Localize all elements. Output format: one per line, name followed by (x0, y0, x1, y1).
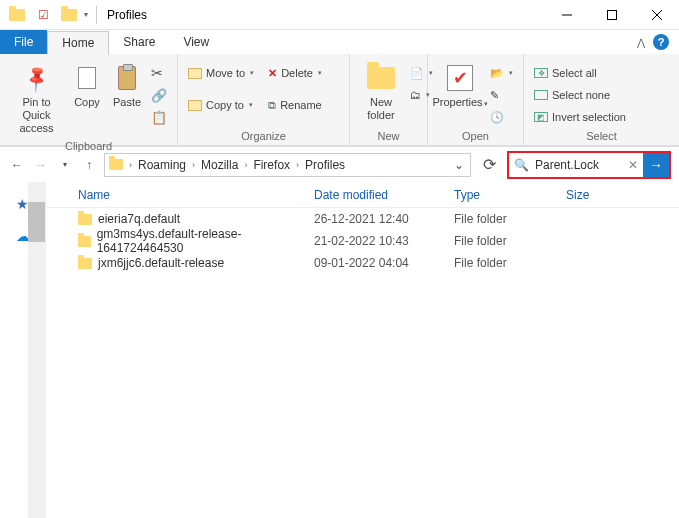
file-type: File folder (446, 212, 558, 226)
clear-search-icon[interactable]: ✕ (623, 158, 643, 172)
open-icon[interactable]: 📂▾ (486, 62, 517, 84)
delete-button[interactable]: ✕Delete▾ (264, 62, 326, 84)
select-group-label: Select (524, 130, 679, 145)
back-button[interactable]: ← (8, 156, 26, 174)
file-date: 21-02-2022 10:43 (306, 234, 446, 248)
help-icon[interactable]: ? (653, 34, 669, 50)
tree-scrollbar[interactable] (28, 182, 45, 518)
table-row[interactable]: gm3ms4ys.default-release-164172446453021… (46, 230, 679, 252)
breadcrumb-segment[interactable]: Firefox (249, 158, 294, 172)
ribbon: 📌 Pin to Quick access Copy Paste ✂ 🔗 📋 C… (0, 54, 679, 146)
search-icon: 🔍 (509, 158, 533, 172)
column-name[interactable]: Name (46, 188, 306, 202)
address-bar[interactable]: › Roaming › Mozilla › Firefox › Profiles… (104, 153, 471, 177)
close-button[interactable] (634, 0, 679, 30)
folder-icon[interactable] (58, 4, 80, 26)
search-input[interactable]: Parent.Lock (533, 158, 623, 172)
minimize-button[interactable] (544, 0, 589, 30)
folder-icon (78, 214, 92, 225)
collapse-ribbon-icon[interactable]: ⋀ (637, 37, 645, 48)
refresh-button[interactable]: ⟳ (477, 153, 501, 177)
window-controls (544, 0, 679, 30)
file-type: File folder (446, 256, 558, 270)
edit-icon[interactable]: ✎ (486, 84, 517, 106)
svg-rect-1 (607, 10, 616, 19)
folder-icon (109, 159, 123, 170)
folder-icon[interactable] (6, 4, 28, 26)
paste-button[interactable]: Paste (107, 58, 147, 113)
search-box[interactable]: 🔍 Parent.Lock ✕ → (507, 151, 671, 179)
tab-share[interactable]: Share (109, 30, 169, 54)
folder-icon (78, 258, 92, 269)
properties-qat-icon[interactable]: ☑ (32, 4, 54, 26)
maximize-button[interactable] (589, 0, 634, 30)
column-date[interactable]: Date modified (306, 188, 446, 202)
select-none-button[interactable]: Select none (530, 84, 630, 106)
history-icon[interactable]: 🕓 (486, 106, 517, 128)
breadcrumb-segment[interactable]: Profiles (301, 158, 349, 172)
title-bar: ☑ ▾ Profiles (0, 0, 679, 30)
properties-button[interactable]: ✔ Properties▾ (434, 58, 486, 113)
file-name: jxm6jjc6.default-release (98, 256, 224, 270)
chevron-right-icon[interactable]: › (190, 160, 197, 170)
column-headers: Name Date modified Type Size (46, 182, 679, 208)
new-folder-button[interactable]: New folder (356, 58, 406, 126)
open-group-label: Open (428, 130, 523, 145)
rename-button[interactable]: ⧉Rename (264, 94, 326, 116)
column-type[interactable]: Type (446, 188, 558, 202)
breadcrumb-segment[interactable]: Mozilla (197, 158, 242, 172)
navigation-pane[interactable]: ★ ☁ (0, 182, 46, 518)
up-button[interactable]: ↑ (80, 156, 98, 174)
invert-selection-button[interactable]: ◩Invert selection (530, 106, 630, 128)
breadcrumb-segment[interactable]: Roaming (134, 158, 190, 172)
cut-icon[interactable]: ✂ (147, 62, 171, 84)
file-name: eieria7q.default (98, 212, 180, 226)
new-group-label: New (350, 130, 427, 145)
quick-access-toolbar: ☑ ▾ (0, 4, 101, 26)
tab-view[interactable]: View (169, 30, 223, 54)
organize-group-label: Organize (178, 130, 349, 145)
paste-shortcut-icon[interactable]: 📋 (147, 106, 171, 128)
table-row[interactable]: jxm6jjc6.default-release09-01-2022 04:04… (46, 252, 679, 274)
file-date: 26-12-2021 12:40 (306, 212, 446, 226)
window-title: Profiles (107, 8, 147, 22)
chevron-right-icon[interactable]: › (242, 160, 249, 170)
file-list-pane: Name Date modified Type Size eieria7q.de… (46, 182, 679, 518)
column-size[interactable]: Size (558, 188, 679, 202)
copy-button[interactable]: Copy (67, 58, 107, 113)
copy-to-button[interactable]: Copy to▾ (184, 94, 258, 116)
recent-locations-icon[interactable]: ▾ (56, 156, 74, 174)
address-dropdown-icon[interactable]: ⌄ (448, 158, 470, 172)
file-name: gm3ms4ys.default-release-1641724464530 (97, 227, 306, 255)
move-to-button[interactable]: Move to▾ (184, 62, 258, 84)
forward-button[interactable]: → (32, 156, 50, 174)
pin-to-quick-access-button[interactable]: 📌 Pin to Quick access (6, 58, 67, 140)
folder-icon (78, 236, 91, 247)
qat-dropdown-icon[interactable]: ▾ (84, 10, 88, 19)
select-all-button[interactable]: ❖Select all (530, 62, 630, 84)
tab-file[interactable]: File (0, 30, 47, 54)
file-date: 09-01-2022 04:04 (306, 256, 446, 270)
copy-path-icon[interactable]: 🔗 (147, 84, 171, 106)
tab-home[interactable]: Home (47, 31, 109, 55)
content-area: ★ ☁ Name Date modified Type Size eieria7… (0, 182, 679, 518)
chevron-right-icon[interactable]: › (127, 160, 134, 170)
ribbon-tabs: File Home Share View ⋀ ? (0, 30, 679, 54)
file-type: File folder (446, 234, 558, 248)
chevron-right-icon[interactable]: › (294, 160, 301, 170)
search-go-button[interactable]: → (643, 153, 669, 177)
